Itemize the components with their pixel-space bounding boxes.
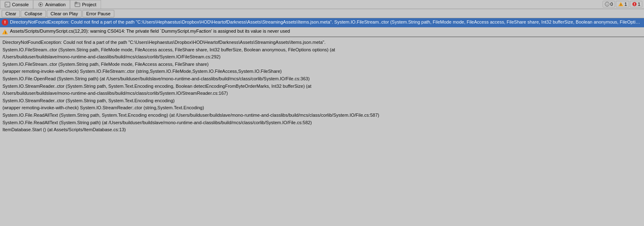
error-badge[interactable]: ! 1 [630,1,642,7]
info-badge[interactable]: i 0 [603,1,615,7]
error-icon: ! [2,19,8,26]
console-tab-label: Console [12,2,29,7]
detail-area[interactable]: DirectoryNotFoundException: Could not fi… [0,37,644,226]
info-count: 0 [610,2,613,7]
warn-badge[interactable]: ! 1 [616,1,629,7]
log-entry-warning-text: Assets/Scripts/DummyScript.cs(12,20): wa… [10,28,642,34]
svg-text:i: i [607,2,608,6]
console-icon: >_ [5,2,10,7]
project-tab-label: Project [82,2,96,7]
tab-project[interactable]: Project [70,0,101,9]
tab-bar: >_ Console Animation Project i 0 [0,0,644,9]
warning-icon: ! [2,29,8,35]
collapse-button[interactable]: Collapse [21,10,46,17]
animation-tab-label: Animation [45,2,65,7]
log-list: ! DirectoryNotFoundException: Could not … [0,18,644,37]
status-badges: i 0 ! 1 ! 1 [603,1,642,7]
tab-animation[interactable]: Animation [33,0,70,9]
log-entry-error-text: DirectoryNotFoundException: Could not fi… [10,19,642,25]
project-icon [75,2,80,7]
error-badge-icon: ! [632,2,637,7]
svg-text:>_: >_ [5,3,10,7]
error-count: 1 [638,2,640,7]
tab-console[interactable]: >_ Console [0,0,33,9]
svg-text:!: ! [620,3,622,7]
detail-text: DirectoryNotFoundException: Could not fi… [2,39,642,134]
animation-icon [38,2,43,7]
svg-text:!: ! [5,31,7,35]
info-badge-icon: i [605,2,610,7]
svg-text:!: ! [634,2,635,6]
warn-badge-icon: ! [618,2,624,7]
toolbar: Clear Collapse Clear on Play Error Pause [0,9,644,18]
log-entry-warning[interactable]: ! Assets/Scripts/DummyScript.cs(12,20): … [0,27,644,36]
clear-button[interactable]: Clear [2,10,20,17]
log-entry-error[interactable]: ! DirectoryNotFoundException: Could not … [0,18,644,27]
error-pause-button[interactable]: Error Pause [82,10,114,17]
clear-on-play-button[interactable]: Clear on Play [47,10,82,17]
warn-count: 1 [625,2,627,7]
